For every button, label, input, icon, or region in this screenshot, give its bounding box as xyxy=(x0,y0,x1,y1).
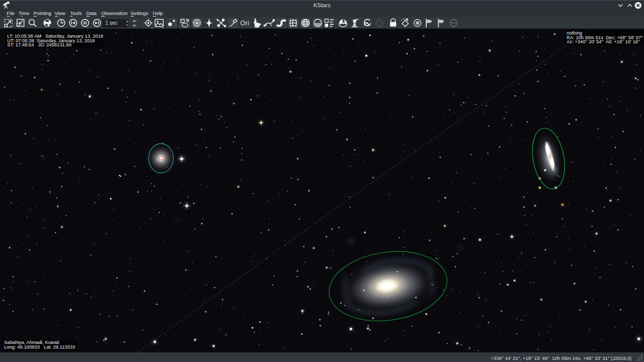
svg-text:1 sec: 1 sec xyxy=(105,20,118,26)
svg-text:Ori: Ori xyxy=(240,19,249,27)
